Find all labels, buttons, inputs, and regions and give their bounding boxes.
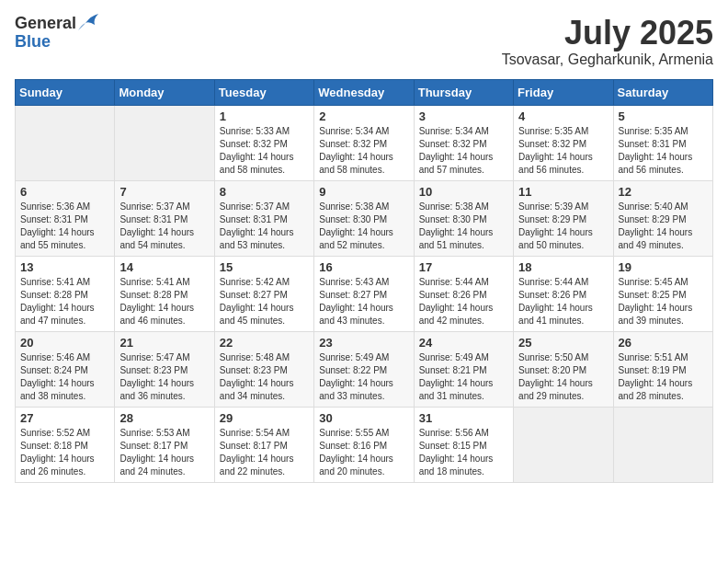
calendar-cell: 31Sunrise: 5:56 AM Sunset: 8:15 PM Dayli…: [414, 407, 513, 482]
weekday-header-wednesday: Wednesday: [314, 79, 414, 105]
calendar-cell: 7Sunrise: 5:37 AM Sunset: 8:31 PM Daylig…: [115, 180, 214, 256]
day-number: 30: [319, 411, 408, 425]
cell-daylight-info: Sunrise: 5:54 AM Sunset: 8:17 PM Dayligh…: [220, 427, 309, 478]
weekday-header-saturday: Saturday: [613, 79, 712, 105]
calendar-cell: [514, 407, 613, 482]
cell-daylight-info: Sunrise: 5:43 AM Sunset: 8:27 PM Dayligh…: [319, 276, 408, 327]
cell-daylight-info: Sunrise: 5:49 AM Sunset: 8:22 PM Dayligh…: [319, 351, 408, 403]
calendar-week-row: 20Sunrise: 5:46 AM Sunset: 8:24 PM Dayli…: [16, 331, 713, 407]
calendar-table: SundayMondayTuesdayWednesdayThursdayFrid…: [15, 79, 713, 483]
cell-daylight-info: Sunrise: 5:55 AM Sunset: 8:16 PM Dayligh…: [319, 427, 408, 478]
logo: General Blue: [15, 15, 98, 52]
logo-blue-text: Blue: [15, 33, 98, 52]
day-number: 24: [419, 336, 508, 350]
cell-daylight-info: Sunrise: 5:36 AM Sunset: 8:31 PM Dayligh…: [20, 201, 109, 252]
calendar-cell: 14Sunrise: 5:41 AM Sunset: 8:28 PM Dayli…: [115, 256, 214, 331]
day-number: 29: [220, 411, 309, 425]
cell-daylight-info: Sunrise: 5:42 AM Sunset: 8:27 PM Dayligh…: [220, 276, 309, 327]
calendar-cell: 25Sunrise: 5:50 AM Sunset: 8:20 PM Dayli…: [514, 331, 613, 407]
cell-daylight-info: Sunrise: 5:47 AM Sunset: 8:23 PM Dayligh…: [119, 351, 209, 403]
calendar-cell: 23Sunrise: 5:49 AM Sunset: 8:22 PM Dayli…: [314, 331, 414, 407]
day-number: 19: [619, 260, 708, 274]
cell-daylight-info: Sunrise: 5:35 AM Sunset: 8:32 PM Dayligh…: [518, 125, 608, 177]
calendar-cell: 18Sunrise: 5:44 AM Sunset: 8:26 PM Dayli…: [514, 256, 613, 331]
day-number: 22: [220, 336, 309, 350]
day-number: 16: [319, 260, 408, 274]
cell-daylight-info: Sunrise: 5:34 AM Sunset: 8:32 PM Dayligh…: [319, 125, 408, 177]
day-number: 9: [319, 185, 408, 199]
cell-daylight-info: Sunrise: 5:53 AM Sunset: 8:17 PM Dayligh…: [119, 427, 209, 478]
day-number: 20: [20, 336, 109, 350]
calendar-cell: 6Sunrise: 5:36 AM Sunset: 8:31 PM Daylig…: [16, 180, 115, 256]
cell-daylight-info: Sunrise: 5:48 AM Sunset: 8:23 PM Dayligh…: [220, 351, 309, 403]
calendar-week-row: 13Sunrise: 5:41 AM Sunset: 8:28 PM Dayli…: [16, 256, 713, 331]
cell-daylight-info: Sunrise: 5:37 AM Sunset: 8:31 PM Dayligh…: [220, 201, 309, 252]
day-number: 27: [20, 411, 109, 425]
calendar-cell: 4Sunrise: 5:35 AM Sunset: 8:32 PM Daylig…: [514, 105, 613, 180]
weekday-header-monday: Monday: [115, 79, 214, 105]
cell-daylight-info: Sunrise: 5:34 AM Sunset: 8:32 PM Dayligh…: [419, 125, 508, 177]
day-number: 23: [319, 336, 408, 350]
cell-daylight-info: Sunrise: 5:39 AM Sunset: 8:29 PM Dayligh…: [518, 201, 608, 252]
cell-daylight-info: Sunrise: 5:40 AM Sunset: 8:29 PM Dayligh…: [619, 201, 708, 252]
cell-daylight-info: Sunrise: 5:37 AM Sunset: 8:31 PM Dayligh…: [119, 201, 209, 252]
calendar-cell: 26Sunrise: 5:51 AM Sunset: 8:19 PM Dayli…: [613, 331, 712, 407]
calendar-cell: 1Sunrise: 5:33 AM Sunset: 8:32 PM Daylig…: [214, 105, 313, 180]
day-number: 14: [119, 260, 209, 274]
cell-daylight-info: Sunrise: 5:44 AM Sunset: 8:26 PM Dayligh…: [518, 276, 608, 327]
weekday-header-friday: Friday: [514, 79, 613, 105]
calendar-cell: 5Sunrise: 5:35 AM Sunset: 8:31 PM Daylig…: [613, 105, 712, 180]
cell-daylight-info: Sunrise: 5:38 AM Sunset: 8:30 PM Dayligh…: [419, 201, 508, 252]
cell-daylight-info: Sunrise: 5:45 AM Sunset: 8:25 PM Dayligh…: [619, 276, 708, 327]
calendar-cell: 11Sunrise: 5:39 AM Sunset: 8:29 PM Dayli…: [514, 180, 613, 256]
day-number: 26: [619, 336, 708, 350]
weekday-header-row: SundayMondayTuesdayWednesdayThursdayFrid…: [16, 79, 713, 105]
cell-daylight-info: Sunrise: 5:46 AM Sunset: 8:24 PM Dayligh…: [20, 351, 109, 403]
calendar-cell: 27Sunrise: 5:52 AM Sunset: 8:18 PM Dayli…: [16, 407, 115, 482]
cell-daylight-info: Sunrise: 5:51 AM Sunset: 8:19 PM Dayligh…: [619, 351, 708, 403]
cell-daylight-info: Sunrise: 5:41 AM Sunset: 8:28 PM Dayligh…: [119, 276, 209, 327]
calendar-week-row: 6Sunrise: 5:36 AM Sunset: 8:31 PM Daylig…: [16, 180, 713, 256]
calendar-cell: 22Sunrise: 5:48 AM Sunset: 8:23 PM Dayli…: [214, 331, 313, 407]
calendar-week-row: 1Sunrise: 5:33 AM Sunset: 8:32 PM Daylig…: [16, 105, 713, 180]
cell-daylight-info: Sunrise: 5:50 AM Sunset: 8:20 PM Dayligh…: [518, 351, 608, 403]
calendar-cell: 2Sunrise: 5:34 AM Sunset: 8:32 PM Daylig…: [314, 105, 414, 180]
calendar-cell: 19Sunrise: 5:45 AM Sunset: 8:25 PM Dayli…: [613, 256, 712, 331]
day-number: 13: [20, 260, 109, 274]
day-number: 15: [220, 260, 309, 274]
calendar-cell: 24Sunrise: 5:49 AM Sunset: 8:21 PM Dayli…: [414, 331, 513, 407]
cell-daylight-info: Sunrise: 5:41 AM Sunset: 8:28 PM Dayligh…: [20, 276, 109, 327]
calendar-cell: [613, 407, 712, 482]
calendar-cell: 9Sunrise: 5:38 AM Sunset: 8:30 PM Daylig…: [314, 180, 414, 256]
calendar-cell: 10Sunrise: 5:38 AM Sunset: 8:30 PM Dayli…: [414, 180, 513, 256]
day-number: 5: [619, 109, 708, 123]
calendar-cell: 15Sunrise: 5:42 AM Sunset: 8:27 PM Dayli…: [214, 256, 313, 331]
cell-daylight-info: Sunrise: 5:52 AM Sunset: 8:18 PM Dayligh…: [20, 427, 109, 478]
day-number: 31: [419, 411, 508, 425]
calendar-week-row: 27Sunrise: 5:52 AM Sunset: 8:18 PM Dayli…: [16, 407, 713, 482]
calendar-cell: 30Sunrise: 5:55 AM Sunset: 8:16 PM Dayli…: [314, 407, 414, 482]
day-number: 28: [119, 411, 209, 425]
day-number: 3: [419, 109, 508, 123]
day-number: 7: [119, 185, 209, 199]
calendar-cell: 17Sunrise: 5:44 AM Sunset: 8:26 PM Dayli…: [414, 256, 513, 331]
cell-daylight-info: Sunrise: 5:35 AM Sunset: 8:31 PM Dayligh…: [619, 125, 708, 177]
calendar-cell: 16Sunrise: 5:43 AM Sunset: 8:27 PM Dayli…: [314, 256, 414, 331]
weekday-header-thursday: Thursday: [414, 79, 513, 105]
calendar-cell: [16, 105, 115, 180]
page-header: General Blue July 2025 Tsovasar, Geghark…: [15, 15, 713, 68]
calendar-cell: 13Sunrise: 5:41 AM Sunset: 8:28 PM Dayli…: [16, 256, 115, 331]
calendar-cell: [115, 105, 214, 180]
calendar-cell: 29Sunrise: 5:54 AM Sunset: 8:17 PM Dayli…: [214, 407, 313, 482]
weekday-header-tuesday: Tuesday: [214, 79, 313, 105]
day-number: 6: [20, 185, 109, 199]
day-number: 10: [419, 185, 508, 199]
day-number: 25: [518, 336, 608, 350]
day-number: 21: [119, 336, 209, 350]
day-number: 18: [518, 260, 608, 274]
calendar-cell: 12Sunrise: 5:40 AM Sunset: 8:29 PM Dayli…: [613, 180, 712, 256]
logo-general-text: General: [15, 15, 76, 33]
day-number: 11: [518, 185, 608, 199]
title-block: July 2025 Tsovasar, Gegharkunik, Armenia: [502, 15, 713, 68]
cell-daylight-info: Sunrise: 5:33 AM Sunset: 8:32 PM Dayligh…: [220, 125, 309, 177]
